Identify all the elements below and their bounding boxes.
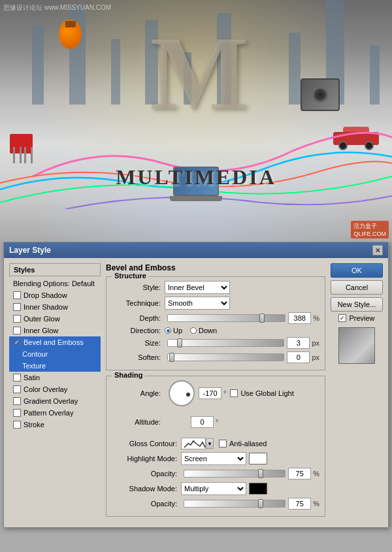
gloss-contour-preview[interactable] (181, 438, 206, 449)
preview-row: Preview (331, 314, 383, 322)
gradient-overlay-checkbox[interactable] (13, 397, 21, 405)
soften-slider[interactable] (167, 353, 284, 361)
global-light-check-row: Use Global Light (230, 389, 293, 397)
shadow-opacity-input[interactable] (288, 498, 311, 510)
angle-unit: ° (223, 389, 226, 397)
pattern-overlay-item[interactable]: Pattern Overlay (9, 407, 101, 419)
depth-unit: % (313, 314, 319, 322)
preview-label: Preview (349, 314, 374, 322)
bevel-emboss-label: Bevel and Emboss (24, 338, 84, 346)
direction-radio-group: Up Down (165, 327, 217, 334)
size-unit: px (312, 339, 319, 347)
inner-glow-item[interactable]: Inner Glow (9, 325, 101, 336)
color-overlay-checkbox[interactable] (13, 385, 21, 393)
highlight-mode-row: Highlight Mode: Screen Normal Multiply (112, 452, 319, 465)
direction-row: Direction: Up Down (112, 327, 319, 334)
stroke-item[interactable]: Stroke (9, 419, 101, 430)
soften-label: Soften: (112, 353, 161, 361)
soften-thumb[interactable] (169, 353, 174, 362)
direction-down-radio[interactable]: Down (190, 327, 217, 334)
angle-row: Angle: ° Use Global Light (112, 380, 319, 406)
stroke-label: Stroke (24, 421, 44, 429)
contour-sub-item[interactable]: Contour (9, 348, 101, 360)
highlight-opacity-unit: % (313, 470, 319, 478)
satin-checkbox[interactable] (13, 374, 21, 382)
shadow-mode-label: Shadow Mode: (112, 485, 177, 493)
size-label: Size: (112, 339, 161, 347)
outer-glow-checkbox[interactable] (13, 315, 21, 323)
shadow-opacity-label: Opacity: (112, 500, 177, 508)
styles-panel-header: Styles (9, 263, 101, 276)
angle-input[interactable] (199, 387, 221, 399)
altitude-unit: ° (216, 418, 218, 426)
cancel-button[interactable]: Cancel (331, 280, 383, 295)
angle-circle[interactable] (169, 380, 195, 406)
shadow-color-swatch[interactable] (249, 483, 267, 495)
highlight-mode-label: Highlight Mode: (112, 455, 177, 463)
highlight-opacity-slider[interactable] (184, 470, 286, 478)
stroke-checkbox[interactable] (13, 421, 21, 429)
size-thumb[interactable] (177, 338, 182, 348)
direction-up-radio[interactable]: Up (165, 327, 182, 334)
technique-select[interactable]: Smooth Chisel Hard Chisel Soft (165, 297, 230, 310)
altitude-row: Altitude: ° (112, 409, 319, 435)
soften-unit: px (312, 353, 319, 361)
global-light-checkbox[interactable] (230, 389, 238, 397)
new-style-button[interactable]: New Style... (331, 297, 383, 312)
satin-item[interactable]: Satin (9, 372, 101, 383)
anti-aliased-label: Anti-aliased (229, 440, 267, 447)
highlight-opacity-input[interactable] (288, 468, 311, 479)
direction-down-label: Down (199, 327, 217, 334)
anti-aliased-row: Anti-aliased (219, 440, 267, 447)
bevel-emboss-item[interactable]: Bevel and Emboss (9, 336, 101, 348)
blending-options-item[interactable]: Blending Options: Default (9, 278, 101, 289)
watermark-top: 思缘设计论坛 www.MISSYUAN.COM (3, 3, 111, 12)
soften-input[interactable] (287, 351, 310, 363)
ok-button[interactable]: OK (331, 263, 383, 278)
gloss-contour-control: ▼ (181, 438, 214, 449)
color-overlay-item[interactable]: Color Overlay (9, 383, 101, 395)
texture-sub-item[interactable]: Texture (9, 360, 101, 372)
bevel-emboss-checkbox[interactable] (13, 338, 21, 346)
size-slider[interactable] (167, 339, 284, 347)
direction-up-btn[interactable] (165, 327, 171, 334)
shadow-opacity-slider[interactable] (184, 500, 286, 508)
inner-glow-label: Inner Glow (24, 327, 58, 334)
direction-down-btn[interactable] (190, 327, 197, 334)
highlight-mode-select[interactable]: Screen Normal Multiply (181, 452, 246, 465)
drop-shadow-checkbox[interactable] (13, 291, 21, 299)
gloss-contour-label: Gloss Contour: (112, 440, 177, 447)
drop-shadow-item[interactable]: Drop Shadow (9, 289, 101, 301)
anti-aliased-checkbox[interactable] (219, 440, 227, 447)
depth-input[interactable] (288, 312, 311, 324)
highlight-color-swatch[interactable] (249, 453, 267, 464)
inner-shadow-checkbox[interactable] (13, 303, 21, 311)
gloss-contour-dropdown[interactable]: ▼ (206, 438, 214, 449)
soften-row: Soften: px (112, 351, 319, 363)
shadow-mode-select[interactable]: Multiply Normal Screen (181, 482, 246, 495)
pattern-overlay-label: Pattern Overlay (24, 409, 73, 417)
size-row: Size: px (112, 337, 319, 349)
multimedia-text: MULTIMEDIA (116, 165, 276, 189)
inner-glow-checkbox[interactable] (13, 327, 21, 334)
altitude-input[interactable] (191, 416, 214, 428)
controls-panel: Bevel and Emboss Structure Style: Inner … (106, 263, 325, 522)
inner-shadow-label: Inner Shadow (24, 303, 68, 311)
preview-swatch (338, 327, 375, 364)
inner-shadow-item[interactable]: Inner Shadow (9, 301, 101, 313)
preview-checkbox[interactable] (338, 314, 346, 322)
shading-section: Shading Angle: ° Use Global Light (106, 376, 325, 517)
dialog-close-button[interactable]: ✕ (372, 245, 383, 255)
outer-glow-item[interactable]: Outer Glow (9, 313, 101, 325)
pattern-overlay-checkbox[interactable] (13, 409, 21, 417)
shadow-opacity-thumb[interactable] (258, 499, 263, 508)
shadow-opacity-unit: % (313, 500, 319, 508)
depth-slider[interactable] (167, 314, 286, 322)
style-select[interactable]: Inner Bevel Outer Bevel Emboss Pillow Em… (165, 281, 230, 294)
size-input[interactable] (287, 337, 310, 349)
depth-thumb[interactable] (259, 314, 265, 323)
gradient-overlay-item[interactable]: Gradient Overlay (9, 395, 101, 407)
highlight-opacity-thumb[interactable] (258, 469, 263, 478)
section-bevel-title: Bevel and Emboss (106, 263, 325, 272)
structure-section-title: Structure (112, 272, 149, 280)
